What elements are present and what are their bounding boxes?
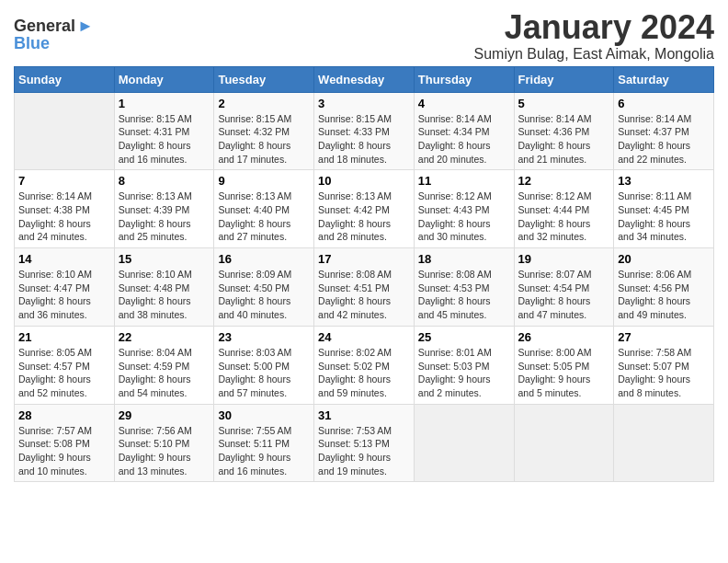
- day-number: 30: [218, 408, 310, 422]
- day-number: 9: [218, 174, 310, 188]
- cell-content: Sunrise: 8:11 AM Sunset: 4:45 PM Dayligh…: [618, 190, 710, 244]
- calendar-week-2: 7Sunrise: 8:14 AM Sunset: 4:38 PM Daylig…: [15, 170, 714, 248]
- calendar-cell: 24Sunrise: 8:02 AM Sunset: 5:02 PM Dayli…: [314, 326, 415, 404]
- calendar-cell: 18Sunrise: 8:08 AM Sunset: 4:53 PM Dayli…: [414, 248, 514, 327]
- calendar-cell: 21Sunrise: 8:05 AM Sunset: 4:57 PM Dayli…: [15, 326, 115, 404]
- calendar-cell: [514, 404, 614, 482]
- calendar-cell: 13Sunrise: 8:11 AM Sunset: 4:45 PM Dayli…: [614, 170, 714, 248]
- day-header-thursday: Thursday: [414, 66, 514, 92]
- cell-content: Sunrise: 8:07 AM Sunset: 4:54 PM Dayligh…: [518, 268, 610, 322]
- cell-content: Sunrise: 8:01 AM Sunset: 5:03 PM Dayligh…: [418, 346, 510, 400]
- day-number: 2: [218, 97, 310, 110]
- calendar-week-4: 21Sunrise: 8:05 AM Sunset: 4:57 PM Dayli…: [15, 326, 714, 404]
- calendar-cell: 4Sunrise: 8:14 AM Sunset: 4:34 PM Daylig…: [414, 92, 514, 170]
- day-number: 15: [119, 252, 210, 266]
- day-number: 28: [18, 408, 110, 422]
- cell-content: Sunrise: 8:15 AM Sunset: 4:32 PM Dayligh…: [218, 112, 310, 167]
- day-header-monday: Monday: [114, 66, 214, 92]
- calendar-cell: 28Sunrise: 7:57 AM Sunset: 5:08 PM Dayli…: [15, 404, 115, 482]
- cell-content: Sunrise: 8:08 AM Sunset: 4:53 PM Dayligh…: [418, 268, 510, 322]
- day-number: 27: [618, 330, 710, 344]
- calendar-cell: 15Sunrise: 8:10 AM Sunset: 4:48 PM Dayli…: [114, 248, 214, 327]
- calendar-cell: 27Sunrise: 7:58 AM Sunset: 5:07 PM Dayli…: [614, 326, 714, 404]
- calendar-body: 1Sunrise: 8:15 AM Sunset: 4:31 PM Daylig…: [15, 92, 714, 482]
- calendar-cell: 30Sunrise: 7:55 AM Sunset: 5:11 PM Dayli…: [214, 404, 314, 482]
- cell-content: Sunrise: 8:00 AM Sunset: 5:05 PM Dayligh…: [518, 346, 610, 400]
- cell-content: Sunrise: 8:10 AM Sunset: 4:47 PM Dayligh…: [18, 268, 110, 322]
- calendar-cell: 9Sunrise: 8:13 AM Sunset: 4:40 PM Daylig…: [214, 170, 314, 248]
- cell-content: Sunrise: 8:13 AM Sunset: 4:40 PM Dayligh…: [218, 190, 310, 244]
- location-subtitle: Sumiyn Bulag, East Aimak, Mongolia: [474, 46, 714, 63]
- calendar-cell: 5Sunrise: 8:14 AM Sunset: 4:36 PM Daylig…: [514, 92, 614, 170]
- calendar-cell: 11Sunrise: 8:12 AM Sunset: 4:43 PM Dayli…: [414, 170, 514, 248]
- day-number: 5: [518, 97, 610, 110]
- day-number: 20: [618, 252, 710, 266]
- calendar-cell: [614, 404, 714, 482]
- day-number: 10: [318, 174, 410, 188]
- day-number: 1: [119, 97, 210, 110]
- day-number: 29: [119, 408, 210, 422]
- cell-content: Sunrise: 8:14 AM Sunset: 4:38 PM Dayligh…: [18, 190, 110, 244]
- day-number: 17: [318, 252, 410, 266]
- calendar-cell: 19Sunrise: 8:07 AM Sunset: 4:54 PM Dayli…: [514, 248, 614, 327]
- calendar-week-1: 1Sunrise: 8:15 AM Sunset: 4:31 PM Daylig…: [15, 92, 714, 170]
- calendar-cell: 17Sunrise: 8:08 AM Sunset: 4:51 PM Dayli…: [314, 248, 415, 327]
- days-row: SundayMondayTuesdayWednesdayThursdayFrid…: [15, 66, 714, 92]
- calendar-cell: 7Sunrise: 8:14 AM Sunset: 4:38 PM Daylig…: [15, 170, 115, 248]
- calendar-cell: 8Sunrise: 8:13 AM Sunset: 4:39 PM Daylig…: [114, 170, 214, 248]
- day-number: 18: [418, 252, 510, 266]
- day-number: 26: [518, 330, 610, 344]
- calendar-cell: 3Sunrise: 8:15 AM Sunset: 4:33 PM Daylig…: [314, 92, 415, 170]
- day-number: 25: [418, 330, 510, 344]
- cell-content: Sunrise: 7:56 AM Sunset: 5:10 PM Dayligh…: [119, 424, 210, 478]
- cell-content: Sunrise: 8:09 AM Sunset: 4:50 PM Dayligh…: [218, 268, 310, 322]
- day-number: 4: [418, 97, 510, 110]
- cell-content: Sunrise: 8:12 AM Sunset: 4:43 PM Dayligh…: [418, 190, 510, 244]
- calendar-table: SundayMondayTuesdayWednesdayThursdayFrid…: [14, 66, 714, 483]
- calendar-cell: 12Sunrise: 8:12 AM Sunset: 4:44 PM Dayli…: [514, 170, 614, 248]
- day-number: 12: [518, 174, 610, 188]
- day-number: 14: [18, 252, 110, 266]
- calendar-cell: 29Sunrise: 7:56 AM Sunset: 5:10 PM Dayli…: [114, 404, 214, 482]
- day-header-tuesday: Tuesday: [214, 66, 314, 92]
- cell-content: Sunrise: 8:14 AM Sunset: 4:37 PM Dayligh…: [618, 112, 710, 167]
- logo-blue-text: Blue: [14, 34, 50, 53]
- logo-general-text: General: [14, 17, 75, 36]
- calendar-cell: 26Sunrise: 8:00 AM Sunset: 5:05 PM Dayli…: [514, 326, 614, 404]
- cell-content: Sunrise: 7:53 AM Sunset: 5:13 PM Dayligh…: [318, 424, 410, 478]
- day-number: 13: [618, 174, 710, 188]
- calendar-cell: 6Sunrise: 8:14 AM Sunset: 4:37 PM Daylig…: [614, 92, 714, 170]
- day-number: 3: [318, 97, 410, 110]
- cell-content: Sunrise: 7:57 AM Sunset: 5:08 PM Dayligh…: [18, 424, 110, 478]
- calendar-cell: 23Sunrise: 8:03 AM Sunset: 5:00 PM Dayli…: [214, 326, 314, 404]
- day-number: 19: [518, 252, 610, 266]
- day-header-sunday: Sunday: [15, 66, 115, 92]
- day-number: 6: [618, 97, 710, 110]
- day-number: 31: [318, 408, 410, 422]
- calendar-cell: 14Sunrise: 8:10 AM Sunset: 4:47 PM Dayli…: [15, 248, 115, 327]
- day-number: 8: [119, 174, 210, 188]
- day-number: 23: [218, 330, 310, 344]
- cell-content: Sunrise: 8:12 AM Sunset: 4:44 PM Dayligh…: [518, 190, 610, 244]
- calendar-cell: [15, 92, 115, 170]
- cell-content: Sunrise: 7:55 AM Sunset: 5:11 PM Dayligh…: [218, 424, 310, 478]
- logo-triangle-icon: ►: [77, 17, 94, 36]
- cell-content: Sunrise: 8:03 AM Sunset: 5:00 PM Dayligh…: [218, 346, 310, 400]
- page-header: General ► Blue January 2024 Sumiyn Bulag…: [14, 9, 714, 63]
- calendar-week-3: 14Sunrise: 8:10 AM Sunset: 4:47 PM Dayli…: [15, 248, 714, 327]
- calendar-cell: 20Sunrise: 8:06 AM Sunset: 4:56 PM Dayli…: [614, 248, 714, 327]
- day-header-wednesday: Wednesday: [314, 66, 415, 92]
- day-number: 11: [418, 174, 510, 188]
- cell-content: Sunrise: 8:13 AM Sunset: 4:39 PM Dayligh…: [119, 190, 210, 244]
- cell-content: Sunrise: 8:15 AM Sunset: 4:33 PM Dayligh…: [318, 112, 410, 167]
- cell-content: Sunrise: 7:58 AM Sunset: 5:07 PM Dayligh…: [618, 346, 710, 400]
- title-area: January 2024 Sumiyn Bulag, East Aimak, M…: [474, 9, 714, 63]
- day-number: 24: [318, 330, 410, 344]
- calendar-cell: 31Sunrise: 7:53 AM Sunset: 5:13 PM Dayli…: [314, 404, 415, 482]
- calendar-cell: 16Sunrise: 8:09 AM Sunset: 4:50 PM Dayli…: [214, 248, 314, 327]
- cell-content: Sunrise: 8:14 AM Sunset: 4:36 PM Dayligh…: [518, 112, 610, 167]
- logo: General ► Blue: [14, 17, 94, 53]
- cell-content: Sunrise: 8:05 AM Sunset: 4:57 PM Dayligh…: [18, 346, 110, 400]
- calendar-cell: 1Sunrise: 8:15 AM Sunset: 4:31 PM Daylig…: [114, 92, 214, 170]
- day-number: 22: [119, 330, 210, 344]
